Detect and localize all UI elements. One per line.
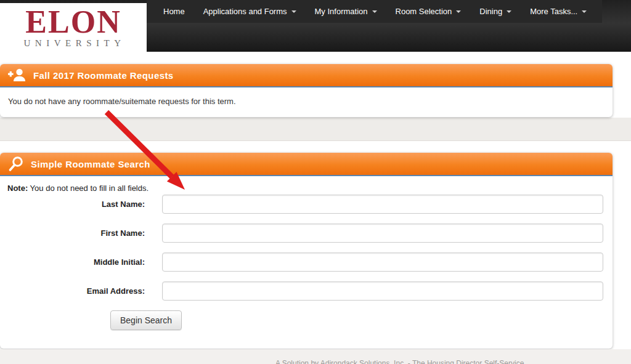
nav-label: More Tasks... [530, 7, 577, 16]
chevron-down-icon [582, 10, 587, 13]
elon-university-logo: ELON UNIVERSITY [0, 3, 147, 52]
nav-label: Home [163, 7, 185, 16]
chevron-down-icon [507, 10, 511, 13]
first-name-row: First Name: [0, 224, 613, 243]
last-name-label: Last Name: [0, 195, 145, 214]
note-label: Note: [7, 184, 28, 193]
roommate-search-body: Note: You do not need to fill in all fie… [0, 176, 613, 349]
form-note: Note: You do not need to fill in all fie… [7, 184, 149, 193]
nav-item-dining[interactable]: Dining [470, 0, 521, 23]
nav-label: Dining [479, 7, 502, 16]
logo-wordmark: ELON [25, 7, 121, 38]
middle-initial-input[interactable] [162, 253, 603, 272]
search-icon [8, 156, 24, 172]
middle-initial-row: Middle Initial: [0, 253, 613, 272]
chevron-down-icon [456, 10, 461, 13]
panel-title: Simple Roommate Search [31, 159, 150, 169]
roommate-search-header: Simple Roommate Search [0, 153, 613, 176]
nav-label: Applications and Forms [203, 7, 287, 16]
middle-initial-label: Middle Initial: [0, 253, 145, 272]
nav-label: My Information [315, 7, 368, 16]
email-address-label: Email Address: [0, 281, 145, 301]
first-name-input[interactable] [162, 224, 603, 243]
nav-item-more-tasks[interactable]: More Tasks... [521, 0, 596, 23]
nav-item-home[interactable]: Home [154, 0, 194, 23]
last-name-row: Last Name: [0, 195, 613, 214]
footer-text-cutoff: A Solution by Adirondack Solutions, Inc.… [275, 359, 524, 364]
housing-portal-page: Home Applications and Forms My Informati… [0, 0, 631, 364]
section-divider-band [0, 118, 631, 141]
nav-label: Room Selection [396, 7, 452, 16]
email-address-row: Email Address: [0, 281, 613, 301]
empty-requests-message: You do not have any roommate/suitemate r… [8, 97, 236, 106]
first-name-label: First Name: [0, 224, 145, 243]
email-address-input[interactable] [162, 281, 603, 301]
chevron-down-icon [372, 10, 377, 13]
begin-search-button[interactable]: Begin Search [110, 310, 182, 330]
top-nav-bar: Home Applications and Forms My Informati… [0, 0, 631, 52]
roommate-requests-body: You do not have any roommate/suitemate r… [0, 87, 613, 115]
roommate-requests-header: Fall 2017 Roommate Requests [0, 64, 613, 87]
panel-title: Fall 2017 Roommate Requests [33, 70, 174, 81]
nav-item-room-selection[interactable]: Room Selection [386, 0, 471, 23]
add-user-icon [8, 68, 26, 83]
nav-item-applications-and-forms[interactable]: Applications and Forms [194, 0, 306, 23]
nav-item-my-information[interactable]: My Information [306, 0, 386, 23]
roommate-search-panel: Simple Roommate Search Note: You do not … [0, 153, 613, 349]
main-menu: Home Applications and Forms My Informati… [147, 0, 602, 23]
note-text: You do not need to fill in all fields. [30, 184, 149, 193]
roommate-requests-panel: Fall 2017 Roommate Requests You do not h… [0, 64, 613, 117]
last-name-input[interactable] [162, 195, 603, 214]
chevron-down-icon [291, 10, 296, 13]
logo-subtext: UNIVERSITY [22, 38, 126, 49]
